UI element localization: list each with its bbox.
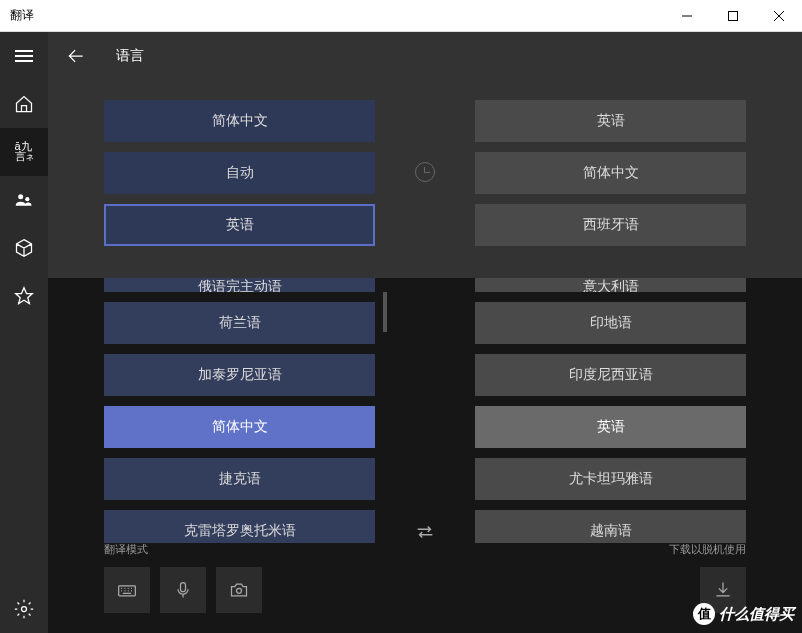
window-title: 翻译 [10, 7, 664, 24]
maximize-button[interactable] [710, 0, 756, 32]
voice-mode-button[interactable] [160, 567, 206, 613]
keyboard-icon [117, 580, 137, 600]
target-lang-item-selected[interactable]: 英语 [475, 406, 746, 448]
target-pinned-item[interactable]: 英语 [475, 100, 746, 142]
source-lang-item[interactable]: 捷克语 [104, 458, 375, 500]
sidebar-item-favorites[interactable] [0, 272, 48, 320]
hamburger-menu-button[interactable] [0, 32, 48, 80]
gear-icon [14, 599, 34, 619]
sidebar: offline言 ā九言ネ [0, 32, 48, 633]
titlebar: 翻译 [0, 0, 802, 32]
cube-icon [14, 238, 34, 258]
window-controls [664, 0, 802, 32]
svg-rect-1 [729, 11, 738, 20]
sidebar-item-home[interactable] [0, 80, 48, 128]
source-lang-item[interactable]: 加泰罗尼亚语 [104, 354, 375, 396]
footer: 翻译模式 下载以脱机使用 [48, 543, 802, 633]
svg-point-18 [237, 588, 242, 593]
target-pinned-item[interactable]: 西班牙语 [475, 204, 746, 246]
source-pinned-item[interactable]: 自动 [104, 152, 375, 194]
mode-label: 翻译模式 [104, 542, 262, 557]
microphone-icon [173, 580, 193, 600]
swap-icon [414, 521, 436, 543]
history-icon[interactable] [415, 162, 435, 182]
svg-rect-17 [181, 583, 186, 592]
star-icon [14, 286, 34, 306]
page-title: 语言 [116, 47, 144, 65]
sidebar-item-conversation[interactable] [0, 176, 48, 224]
target-lang-item[interactable]: 尤卡坦玛雅语 [475, 458, 746, 500]
translate-icon: ā九言ネ [15, 141, 34, 163]
watermark: 值 什么值得买 [693, 603, 794, 625]
minimize-button[interactable] [664, 0, 710, 32]
header: 语言 [48, 32, 802, 80]
home-icon [14, 94, 34, 114]
watermark-text: 什么值得买 [719, 605, 794, 624]
arrow-left-icon [66, 46, 86, 66]
close-button[interactable] [756, 0, 802, 32]
back-button[interactable] [60, 40, 92, 72]
download-icon [713, 580, 733, 600]
keyboard-mode-button[interactable] [104, 567, 150, 613]
target-pinned-item[interactable]: 简体中文 [475, 152, 746, 194]
source-lang-item-selected[interactable]: 简体中文 [104, 406, 375, 448]
camera-mode-button[interactable] [216, 567, 262, 613]
scrollbar-thumb[interactable] [383, 292, 387, 332]
download-label: 下载以脱机使用 [669, 542, 746, 557]
watermark-logo: 值 [693, 603, 715, 625]
target-lang-item[interactable]: 印地语 [475, 302, 746, 344]
svg-rect-7 [119, 586, 136, 596]
sidebar-item-settings[interactable] [0, 585, 48, 633]
target-lang-item[interactable]: 意大利语 [475, 278, 746, 292]
svg-point-6 [22, 607, 27, 612]
sidebar-item-translate[interactable]: ā九言ネ [0, 128, 48, 176]
hamburger-icon [15, 47, 33, 65]
target-lang-item[interactable]: 印度尼西亚语 [475, 354, 746, 396]
source-lang-item[interactable]: 荷兰语 [104, 302, 375, 344]
source-pinned-item[interactable]: 简体中文 [104, 100, 375, 142]
camera-icon [229, 580, 249, 600]
source-pinned-item-selected[interactable]: 英语 [104, 204, 375, 246]
people-icon [14, 190, 34, 210]
sidebar-item-phrasebook[interactable] [0, 224, 48, 272]
svg-point-5 [25, 197, 29, 201]
svg-point-4 [18, 194, 23, 199]
source-lang-item[interactable]: 俄语完主动语 [104, 278, 375, 292]
